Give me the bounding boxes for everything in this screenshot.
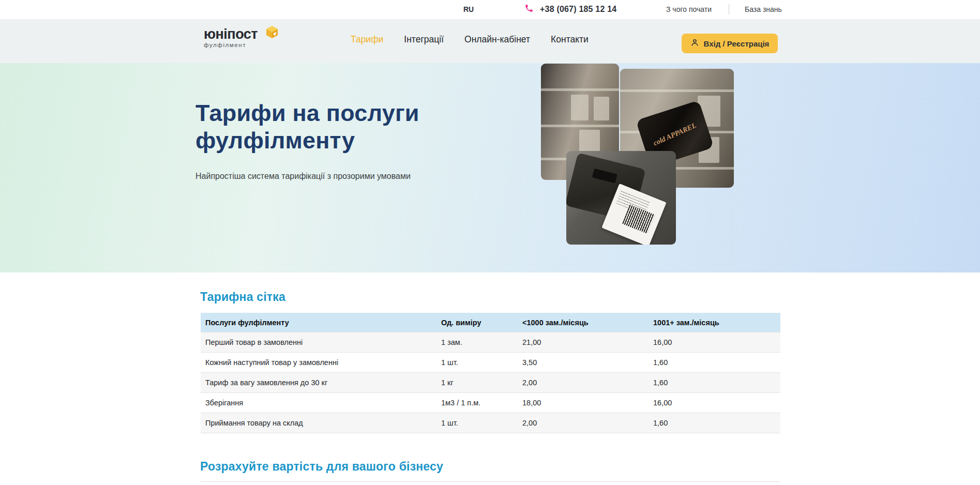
- phone-icon: [524, 4, 534, 15]
- table-row: Тариф за вагу замовлення до 30 кг 1 кг 2…: [201, 372, 780, 392]
- hero-photo-label-printer: [566, 151, 676, 245]
- unit-cell: 1 зам.: [441, 338, 522, 346]
- barcode: [622, 205, 655, 234]
- link-knowledge-base[interactable]: База знань: [745, 5, 782, 13]
- service-cell: Перший товар в замовленні: [201, 338, 441, 346]
- pricing-grid-heading: Тарифна сітка: [200, 290, 285, 304]
- price-cell: 2,00: [522, 419, 653, 427]
- logo-subtitle: фулфілмент: [204, 42, 281, 48]
- price-cell: 18,00: [522, 399, 653, 407]
- page: RU +38 (067) 185 12 14 З чого почати Баз…: [0, 0, 980, 485]
- service-cell: Кожний наступний товар у замовленні: [201, 358, 441, 367]
- login-register-button[interactable]: Вхід / Реєстрація: [682, 34, 778, 53]
- package-brand-text: cold APPAREL: [652, 121, 697, 147]
- printer-panel: [592, 169, 617, 184]
- table-row: Зберігання 1м3 / 1 п.м. 18,00 16,00: [201, 392, 780, 413]
- price-cell: 1,60: [653, 358, 780, 367]
- section-divider: [201, 481, 780, 482]
- price-cell: 3,50: [522, 358, 653, 367]
- price-cell: 1,60: [653, 378, 780, 387]
- logo-cube-icon: [265, 25, 279, 39]
- service-cell: Зберігання: [201, 399, 441, 407]
- unit-cell: 1 шт.: [441, 358, 522, 367]
- price-cell: 21,00: [522, 338, 653, 346]
- table-header-row: Послуги фулфілменту Од. виміру <1000 зам…: [201, 313, 780, 332]
- nav-contacts[interactable]: Контакти: [551, 34, 589, 45]
- login-button-label: Вхід / Реєстрація: [704, 39, 770, 48]
- column-header-over-1001: 1001+ зам./місяць: [653, 319, 780, 327]
- topbar-divider: [729, 4, 729, 14]
- column-header-unit: Од. виміру: [441, 319, 522, 327]
- logo[interactable]: юніпост фулфілмент: [204, 26, 281, 55]
- content-section: Тарифна сітка Послуги фулфілменту Од. ви…: [0, 272, 980, 485]
- shelf-box: [594, 97, 609, 120]
- shelf-line: [541, 125, 619, 127]
- unit-cell: 1м3 / 1 п.м.: [441, 399, 522, 407]
- link-getting-started[interactable]: З чого почати: [666, 5, 712, 13]
- main-nav: Тарифи Інтеграції Онлайн-кабінет Контакт…: [351, 34, 589, 45]
- table-row: Кожний наступний товар у замовленні 1 шт…: [201, 352, 780, 372]
- price-cell: 2,00: [522, 378, 653, 387]
- page-title: Тарифи на послуги фулфілменту: [195, 99, 454, 154]
- table-row: Приймання товару на склад 1 шт. 2,00 1,6…: [201, 413, 780, 433]
- pricing-table: Послуги фулфілменту Од. виміру <1000 зам…: [201, 313, 780, 433]
- top-bar: RU +38 (067) 185 12 14 З чого почати Баз…: [0, 0, 980, 19]
- shelf-box: [571, 95, 589, 120]
- shelf-box: [579, 130, 600, 154]
- user-icon: [690, 38, 699, 49]
- shelf-line: [541, 88, 619, 91]
- service-cell: Тариф за вагу замовлення до 30 кг: [201, 378, 441, 387]
- table-row: Перший товар в замовленні 1 зам. 21,00 1…: [201, 332, 780, 352]
- price-cell: 16,00: [653, 338, 780, 346]
- service-cell: Приймання товару на склад: [201, 419, 441, 427]
- phone-link[interactable]: +38 (067) 185 12 14: [524, 4, 616, 15]
- nav-online-cabinet[interactable]: Онлайн-кабінет: [464, 34, 530, 45]
- calculator-heading: Розрахуйте вартість для вашого бізнесу: [200, 460, 443, 474]
- nav-tariffs[interactable]: Тарифи: [351, 34, 383, 45]
- page-subtitle: Найпростіша система тарифікації з прозор…: [195, 172, 411, 181]
- column-header-service: Послуги фулфілменту: [201, 319, 441, 327]
- hero-section: Тарифи на послуги фулфілменту Найпростіш…: [0, 63, 980, 272]
- language-switcher[interactable]: RU: [463, 5, 474, 13]
- column-header-under-1000: <1000 зам./місяць: [522, 319, 653, 327]
- nav-integrations[interactable]: Інтеграції: [404, 34, 444, 45]
- unit-cell: 1 шт.: [441, 419, 522, 427]
- price-cell: 1,60: [653, 419, 780, 427]
- shelf-line: [620, 89, 734, 92]
- price-cell: 16,00: [653, 399, 780, 407]
- site-header: юніпост фулфілмент Тарифи Інтеграції Онл…: [0, 19, 980, 63]
- phone-number: +38 (067) 185 12 14: [540, 5, 616, 14]
- unit-cell: 1 кг: [441, 378, 522, 387]
